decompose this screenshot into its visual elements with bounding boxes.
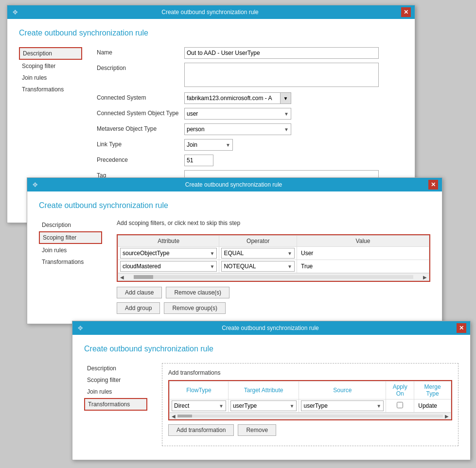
transform-table-wrap: FlowType Target Attribute Source Apply O…: [168, 380, 452, 420]
nav-item-scoping-1[interactable]: Scoping filter: [19, 61, 82, 71]
merge-type-header: Merge Type: [414, 381, 451, 399]
attr-select-wrap-2: cloudMastered ▼: [120, 261, 217, 272]
link-type-select[interactable]: Join: [187, 141, 230, 148]
description-control: [184, 63, 403, 88]
source-header: Source: [299, 381, 386, 399]
window-2-titlebar: ❖ Create outbound synchronization rule ✕: [27, 178, 442, 191]
add-clause-button[interactable]: Add clause: [117, 287, 162, 298]
window-2-heading: Create outbound synchronization rule: [39, 201, 430, 210]
remove-clause-button[interactable]: Remove clause(s): [166, 287, 229, 298]
nav-item-scoping-2[interactable]: Scoping filter: [39, 231, 102, 244]
scope-scrollbar[interactable]: ◀ ▶: [118, 273, 429, 281]
operator-cell-1: EQUAL ▼: [219, 247, 297, 260]
window-3-content: Create outbound synchronization rule Des…: [72, 335, 470, 460]
t-scroll-left-btn[interactable]: ◀: [170, 414, 177, 419]
target-attr-header: Target Attribute: [228, 381, 299, 399]
value-cell-2: [297, 260, 429, 273]
nav-item-join-1[interactable]: Join rules: [19, 72, 82, 83]
section-title: Add transformations: [168, 369, 452, 376]
t-scrollbar-track: [177, 415, 443, 417]
window-1-close-button[interactable]: ✕: [401, 7, 411, 17]
link-type-row: Link Type Join ▼: [97, 139, 403, 151]
source-cell: userType ▼: [299, 399, 386, 413]
scoping-filter-table-wrap: Attribute Operator Value sourceOb: [117, 234, 430, 282]
nav-item-transformations-3[interactable]: Transformations: [84, 398, 147, 411]
value-cell-1: [297, 247, 429, 260]
window-1-nav: Description Scoping filter Join rules Tr…: [19, 47, 82, 96]
scoping-table-body: sourceObjectType ▼ EQUAL: [118, 247, 429, 273]
t-scrollbar-thumb: [177, 415, 192, 417]
attr-cell-2: cloudMastered ▼: [118, 260, 219, 273]
name-input[interactable]: [184, 47, 379, 59]
description-input[interactable]: [184, 63, 379, 87]
flowtype-header: FlowType: [170, 381, 229, 399]
precedence-control: [184, 155, 403, 166]
nav-item-transformations-2[interactable]: Transformations: [39, 257, 102, 267]
value-header: Value: [297, 236, 429, 247]
target-attr-select[interactable]: userType: [231, 402, 297, 409]
apply-on-checkbox[interactable]: [397, 402, 403, 408]
remove-transformation-button[interactable]: Remove: [238, 424, 276, 436]
cs-object-type-row: Connected System Object Type user ▼: [97, 108, 403, 120]
scoping-table: Attribute Operator Value sourceOb: [118, 235, 429, 273]
source-select[interactable]: userType: [301, 402, 383, 409]
scroll-left-btn[interactable]: ◀: [118, 275, 126, 280]
operator-select-2[interactable]: NOTEQUAL: [222, 263, 294, 270]
nav-item-description-1[interactable]: Description: [19, 47, 82, 60]
connected-system-browse-button[interactable]: ▼: [280, 93, 291, 104]
add-transformation-button[interactable]: Add transformation: [168, 424, 234, 436]
add-group-button[interactable]: Add group: [117, 302, 160, 314]
window-1-heading: Create outbound synchronization rule: [19, 29, 403, 37]
cs-object-type-control: user ▼: [184, 108, 403, 120]
flowtype-select-wrap: Direct ▼: [172, 400, 226, 411]
scroll-right-btn[interactable]: ▶: [421, 275, 429, 280]
window-1-titlebar: ❖ Create outbound synchronization rule ✕: [7, 5, 415, 19]
merge-type-input[interactable]: [416, 401, 449, 410]
transform-scrollbar[interactable]: ◀ ▶: [169, 413, 451, 419]
connected-system-input[interactable]: [185, 94, 280, 103]
flowtype-select[interactable]: Direct: [172, 402, 226, 409]
clause-buttons: Add clause Remove clause(s): [117, 287, 430, 298]
operator-cell-2: NOTEQUAL ▼: [219, 260, 297, 273]
precedence-input[interactable]: [184, 155, 213, 166]
nav-item-join-2[interactable]: Join rules: [39, 245, 102, 256]
cs-object-type-select[interactable]: user: [187, 110, 289, 117]
link-type-wrap: Join ▼: [184, 139, 233, 151]
mv-object-type-control: person ▼: [184, 123, 403, 135]
cs-object-type-label: Connected System Object Type: [97, 108, 184, 117]
apply-on-header: Apply On: [386, 381, 414, 399]
operator-select-wrap-1: EQUAL ▼: [221, 248, 295, 259]
nav-item-description-3[interactable]: Description: [84, 363, 147, 374]
operator-select-1[interactable]: EQUAL: [222, 250, 294, 257]
nav-item-description-2[interactable]: Description: [39, 220, 102, 230]
apply-on-cell: [386, 399, 414, 413]
nav-item-transformations-1[interactable]: Transformations: [19, 84, 82, 95]
mv-object-type-row: Metaverse Object Type person ▼: [97, 123, 403, 135]
transform-header-row: FlowType Target Attribute Source Apply O…: [170, 381, 451, 399]
window-2: ❖ Create outbound synchronization rule ✕…: [27, 177, 442, 324]
window-3-close-button[interactable]: ✕: [457, 323, 466, 333]
transform-buttons: Add transformation Remove: [168, 424, 452, 436]
flowtype-cell: Direct ▼: [170, 399, 229, 413]
mv-object-type-select[interactable]: person: [187, 126, 289, 133]
nav-item-join-3[interactable]: Join rules: [84, 386, 147, 397]
window-2-close-button[interactable]: ✕: [428, 180, 438, 190]
attr-select-1[interactable]: sourceObjectType: [121, 250, 216, 257]
window-2-content: Create outbound synchronization rule Des…: [27, 191, 442, 324]
name-row: Name: [97, 47, 403, 59]
transform-table: FlowType Target Attribute Source Apply O…: [169, 381, 451, 413]
t-scroll-right-btn[interactable]: ▶: [443, 414, 451, 419]
nav-item-scoping-3[interactable]: Scoping filter: [84, 375, 147, 385]
window-3-icon: ❖: [76, 324, 84, 332]
remove-group-button[interactable]: Remove group(s): [164, 302, 226, 314]
value-input-1[interactable]: [299, 249, 427, 258]
window-3-nav: Description Scoping filter Join rules Tr…: [84, 363, 147, 412]
attr-select-2[interactable]: cloudMastered: [121, 263, 216, 270]
mv-object-type-wrap: person ▼: [184, 123, 291, 135]
merge-type-cell: [414, 399, 451, 413]
operator-header: Operator: [219, 236, 297, 247]
link-type-control: Join ▼: [184, 139, 403, 151]
value-input-2[interactable]: [299, 262, 427, 271]
target-attr-select-wrap: userType ▼: [230, 400, 297, 411]
group-buttons: Add group Remove group(s): [117, 302, 430, 314]
